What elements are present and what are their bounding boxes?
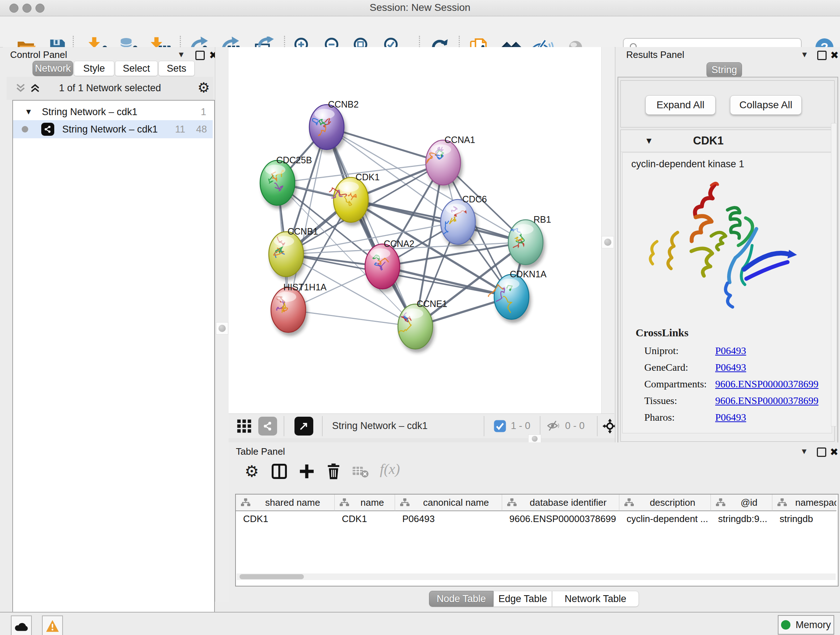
expand-collapse-bar: Expand All Collapse All: [621, 80, 835, 127]
network-node-hist1h1a[interactable]: HIST1H1A: [271, 282, 327, 336]
expand-all-button[interactable]: Expand All: [645, 95, 715, 115]
crosslink-row: Uniprot:P06493: [644, 342, 825, 359]
column-tree-icon: [399, 498, 410, 507]
column-header-database-identifier[interactable]: database identifier: [502, 494, 619, 511]
table-options-gear-icon[interactable]: ⚙: [242, 461, 262, 481]
vertical-splitter-right[interactable]: [601, 47, 615, 413]
network-edge[interactable]: [351, 200, 526, 242]
network-node-cdk1[interactable]: CDK1: [330, 172, 380, 226]
selected-checkbox-icon[interactable]: [493, 420, 507, 432]
delete-column-trash-icon[interactable]: [324, 461, 344, 481]
table-panel-close-icon[interactable]: ✖: [830, 446, 838, 458]
column-header-namespace[interactable]: namespace: [772, 494, 836, 511]
node-label: CCNE1: [417, 299, 447, 309]
network-options-gear-icon[interactable]: ⚙: [197, 81, 210, 95]
table-cell[interactable]: P06493: [402, 513, 500, 524]
delete-table-icon[interactable]: [350, 461, 370, 481]
goto-network-icon[interactable]: [294, 417, 313, 435]
crosslink-row: Compartments:9606.ENSP00000378699: [644, 376, 825, 393]
tab-select[interactable]: Select: [115, 61, 158, 76]
crosslink-link[interactable]: P06493: [715, 345, 746, 356]
table-cell[interactable]: stringdb: [780, 513, 836, 524]
table-cell[interactable]: stringdb:9...: [718, 513, 770, 524]
column-header-description[interactable]: description: [619, 494, 711, 511]
birdseye-grid-icon[interactable]: [236, 417, 253, 434]
column-header-name[interactable]: name: [335, 494, 395, 511]
string-style-icon[interactable]: [258, 417, 277, 435]
column-tree-icon: [624, 498, 635, 507]
results-panel-float-icon[interactable]: [817, 51, 827, 60]
table-h-scrollbar[interactable]: [237, 573, 836, 580]
column-header--id[interactable]: @id: [711, 494, 772, 511]
collection-count: 1: [201, 106, 206, 118]
warning-status-button[interactable]: [42, 616, 63, 635]
tab-string-results[interactable]: String: [706, 62, 742, 78]
table-cell[interactable]: cyclin-dependent ...: [627, 513, 709, 524]
add-column-icon[interactable]: [297, 461, 317, 481]
node-label: CDK1: [355, 172, 380, 182]
table-panel-collapse-icon[interactable]: ▼: [800, 447, 808, 456]
crosslink-link[interactable]: 9606.ENSP00000378699: [715, 378, 818, 390]
tree-expand-icon[interactable]: ▼: [25, 107, 33, 117]
tab-network[interactable]: Network: [33, 61, 73, 76]
network-node-cdc25b[interactable]: CDC25B: [260, 155, 312, 209]
network-node-rb1[interactable]: RB1: [508, 214, 551, 268]
tab-network-table[interactable]: Network Table: [552, 591, 639, 607]
node-result-header[interactable]: ▼ CDK1: [621, 130, 834, 152]
cloud-icon: [14, 620, 28, 632]
collapse-all-button[interactable]: Collapse All: [730, 95, 802, 115]
network-graph[interactable]: CCNB2CCNA1CDC25BCDK1CDC6RB1CCNB1CCNA2CDK…: [229, 47, 601, 413]
memory-button[interactable]: Memory: [778, 615, 834, 635]
table-cell[interactable]: CDK1: [243, 513, 332, 524]
crosslinks-title: CrossLinks: [636, 326, 688, 339]
collection-label: String Network – cdk1: [42, 106, 137, 118]
crosslink-link[interactable]: P06493: [715, 362, 746, 373]
cloud-status-button[interactable]: [11, 616, 32, 635]
control-panel-float-icon[interactable]: [195, 51, 205, 60]
title-bar: Session: New Session: [0, 0, 840, 16]
results-panel-close-icon[interactable]: ✖: [830, 49, 838, 61]
section-collapse-icon[interactable]: ▼: [645, 136, 653, 146]
node-label: CDC25B: [276, 155, 312, 165]
control-panel-collapse-icon[interactable]: ▼: [177, 50, 185, 59]
network-node-ccna1[interactable]: CCNA1: [426, 135, 475, 188]
network-edge[interactable]: [327, 127, 415, 326]
viewbar-divider: [484, 416, 485, 436]
column-label: @id: [726, 497, 772, 508]
tab-node-table[interactable]: Node Table: [429, 591, 493, 607]
table-panel-title: Table Panel: [236, 446, 285, 457]
table-panel-float-icon[interactable]: [817, 448, 826, 457]
viewbar-divider: [597, 416, 598, 436]
column-tree-icon: [507, 498, 517, 507]
results-panel: Results Panel ▼ ✖ String Expand All Coll…: [615, 47, 840, 442]
hidden-eye-icon[interactable]: [547, 420, 561, 432]
tab-sets[interactable]: Sets: [158, 61, 195, 76]
splitter-handle[interactable]: [528, 434, 541, 443]
crosslink-link[interactable]: 9606.ENSP00000378699: [715, 395, 818, 407]
column-header-shared-name[interactable]: shared name: [236, 494, 335, 511]
gene-description: cyclin-dependent kinase 1: [631, 158, 744, 170]
table-cell[interactable]: CDK1: [342, 513, 393, 524]
splitter-handle[interactable]: [216, 322, 228, 334]
column-header-canonical-name[interactable]: canonical name: [395, 494, 502, 511]
vertical-splitter-left[interactable]: [215, 47, 229, 602]
network-canvas[interactable]: CCNB2CCNA1CDC25BCDK1CDC6RB1CCNB1CCNA2CDK…: [229, 47, 601, 413]
network-row-selected[interactable]: String Network – cdk1 11 48: [13, 120, 213, 138]
table-h-scrollbar-thumb[interactable]: [240, 574, 304, 579]
splitter-handle[interactable]: [602, 236, 614, 249]
node-label: CDKN1A: [510, 269, 546, 279]
network-selected-status: 1 of 1 Network selected: [6, 82, 213, 94]
function-builder-icon[interactable]: f(x): [380, 461, 400, 478]
table-panel: Table Panel ▼ ✖ ⚙ f(x) shared namenameca…: [229, 442, 840, 602]
network-collection-row[interactable]: ▼ String Network – cdk1 1: [13, 103, 213, 120]
tab-edge-table[interactable]: Edge Table: [493, 591, 552, 607]
tab-style[interactable]: Style: [74, 61, 114, 76]
table-cell[interactable]: 9606.ENSP00000378699: [509, 513, 617, 524]
crosslink-link[interactable]: P06493: [715, 412, 746, 423]
status-bar: Memory: [0, 612, 840, 635]
warning-icon: [45, 619, 60, 633]
show-columns-icon[interactable]: [269, 461, 289, 481]
network-node-cdc6[interactable]: CDC6: [441, 194, 487, 248]
results-panel-collapse-icon[interactable]: ▼: [801, 50, 808, 59]
results-scrollbar[interactable]: [831, 123, 837, 426]
